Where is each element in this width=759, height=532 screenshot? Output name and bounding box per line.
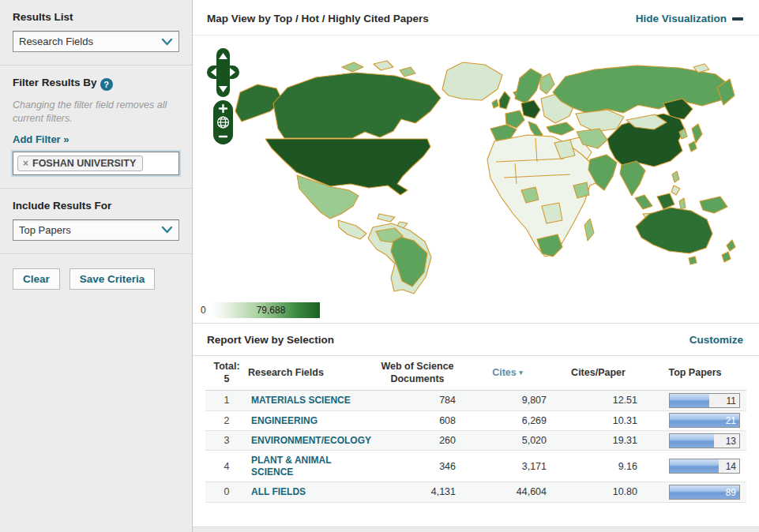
main-content: Map View by Top / Hot / Highly Cited Pap… <box>193 0 759 532</box>
top-papers-cell: 13 <box>644 433 746 448</box>
results-list-value: Research Fields <box>19 36 93 47</box>
column-top-papers: Top Papers <box>644 367 746 380</box>
cites-per-paper-value: 9.16 <box>553 461 644 472</box>
wos-documents-value: 4,131 <box>373 486 462 497</box>
wos-documents-value: 784 <box>373 395 462 406</box>
cites-value: 3,171 <box>462 461 553 472</box>
results-list-section: Results List Research Fields <box>0 0 192 66</box>
map-controls <box>205 48 242 148</box>
row-rank: 4 <box>205 461 248 472</box>
top-papers-bar-fill <box>670 434 714 448</box>
wos-documents-value: 346 <box>373 461 462 472</box>
top-papers-bar: 14 <box>669 459 740 474</box>
cites-value: 6,269 <box>462 415 553 426</box>
top-papers-cell: 11 <box>644 393 746 408</box>
top-papers-cell: 21 <box>644 413 746 428</box>
top-papers-value: 13 <box>726 434 736 448</box>
legend-min: 0 <box>201 305 206 316</box>
report-table: Total: 5 Research Fields Web of Science … <box>193 356 759 503</box>
top-papers-cell: 14 <box>644 459 746 474</box>
chevron-down-icon <box>161 38 173 46</box>
top-papers-bar: 13 <box>669 433 740 448</box>
sidebar-actions: Clear Save Criteria <box>0 254 192 304</box>
report-table-body: 1 MATERIALS SCIENCE 784 9,807 12.51 11 2… <box>205 391 746 502</box>
filter-input[interactable]: × FOSHAN UNIVERSITY <box>13 152 179 175</box>
research-field-link[interactable]: PLANT & ANIMAL SCIENCE <box>248 451 373 481</box>
map-title: Map View by Top / Hot / Highly Cited Pap… <box>207 13 429 24</box>
zoom-control[interactable] <box>213 100 233 144</box>
total-label: Total: <box>205 361 248 373</box>
report-header: Report View by Selection Customize <box>193 323 759 356</box>
filter-tag[interactable]: × FOSHAN UNIVERSITY <box>17 155 143 171</box>
cites-per-paper-value: 10.31 <box>553 415 644 426</box>
cites-per-paper-value: 10.80 <box>553 486 644 497</box>
filter-section: Filter Results By? Changing the filter f… <box>0 66 192 189</box>
cites-value: 9,807 <box>462 395 553 406</box>
cites-value: 44,604 <box>462 486 553 497</box>
research-field-link[interactable]: MATERIALS SCIENCE <box>248 391 373 410</box>
top-papers-bar-fill <box>670 394 709 407</box>
hide-visualization-label: Hide Visualization <box>636 13 727 24</box>
total-value: 5 <box>205 373 248 386</box>
research-field-link[interactable]: ALL FIELDS <box>248 482 373 501</box>
row-rank: 3 <box>205 435 248 446</box>
include-results-select[interactable]: Top Papers <box>13 219 179 241</box>
column-wos-documents: Web of Science Documents <box>373 361 462 385</box>
pan-control[interactable] <box>207 48 239 97</box>
chevron-down-icon <box>161 226 173 234</box>
map-countries[interactable] <box>235 61 735 294</box>
wos-documents-value: 260 <box>373 435 462 446</box>
filter-heading-row: Filter Results By? <box>13 77 179 91</box>
world-map[interactable] <box>196 45 753 296</box>
remove-filter-icon[interactable]: × <box>23 158 28 169</box>
top-papers-value: 21 <box>726 414 736 428</box>
customize-link[interactable]: Customize <box>689 334 743 346</box>
top-papers-bar-fill <box>670 459 719 473</box>
filter-note: Changing the filter field removes all cu… <box>13 99 179 126</box>
cites-label: Cites <box>492 367 517 378</box>
add-filter-link[interactable]: Add Filter » <box>13 133 70 145</box>
hide-visualization-minus-icon <box>732 17 743 21</box>
column-research-fields: Research Fields <box>248 367 373 380</box>
top-papers-bar: 11 <box>669 393 740 408</box>
results-list-select[interactable]: Research Fields <box>13 31 179 52</box>
include-results-section: Include Results For Top Papers <box>0 189 192 254</box>
row-rank: 1 <box>205 395 248 406</box>
row-rank: 2 <box>205 415 248 426</box>
save-criteria-button[interactable]: Save Criteria <box>70 268 156 290</box>
legend-gradient: 79,688 <box>211 302 320 318</box>
sidebar: Results List Research Fields Filter Resu… <box>0 0 193 532</box>
sort-down-icon: ▾ <box>519 369 523 377</box>
results-list-heading: Results List <box>13 11 179 23</box>
hide-visualization-link[interactable]: Hide Visualization <box>636 13 743 24</box>
column-cites-sort[interactable]: Cites ▾ <box>462 367 553 380</box>
row-rank: 0 <box>205 486 248 497</box>
table-header-row: Total: 5 Research Fields Web of Science … <box>205 356 746 391</box>
table-row: 1 MATERIALS SCIENCE 784 9,807 12.51 11 <box>205 391 746 410</box>
top-papers-bar: 21 <box>669 413 740 428</box>
report-title: Report View by Selection <box>207 334 334 346</box>
research-field-link[interactable]: ENGINEERING <box>248 411 373 430</box>
include-results-heading: Include Results For <box>13 200 179 212</box>
column-cites-per-paper: Cites/Paper <box>553 367 644 380</box>
table-row: 4 PLANT & ANIMAL SCIENCE 346 3,171 9.16 … <box>205 451 746 482</box>
page-root: Results List Research Fields Filter Resu… <box>0 0 759 532</box>
map-header: Map View by Top / Hot / Highly Cited Pap… <box>193 0 759 35</box>
top-papers-bar: 89 <box>669 485 740 500</box>
bottom-strip <box>193 526 759 532</box>
cites-per-paper-value: 19.31 <box>553 435 644 446</box>
clear-button[interactable]: Clear <box>13 268 60 290</box>
cites-value: 5,020 <box>462 435 553 446</box>
table-row: 2 ENGINEERING 608 6,269 10.31 21 <box>205 411 746 431</box>
research-field-link[interactable]: ENVIRONMENT/ECOLOGY <box>248 431 373 450</box>
table-row: 0 ALL FIELDS 4,131 44,604 10.80 89 <box>205 482 746 502</box>
include-results-value: Top Papers <box>19 224 71 236</box>
top-papers-value: 14 <box>726 459 736 474</box>
map-legend: 0 79,688 <box>201 302 320 318</box>
column-total: Total: 5 <box>205 361 248 385</box>
cites-per-paper-value: 12.51 <box>553 395 644 406</box>
map-area: 0 79,688 <box>193 35 759 323</box>
help-icon[interactable]: ? <box>100 78 113 91</box>
legend-max: 79,688 <box>257 302 286 318</box>
wos-documents-value: 608 <box>373 415 462 426</box>
